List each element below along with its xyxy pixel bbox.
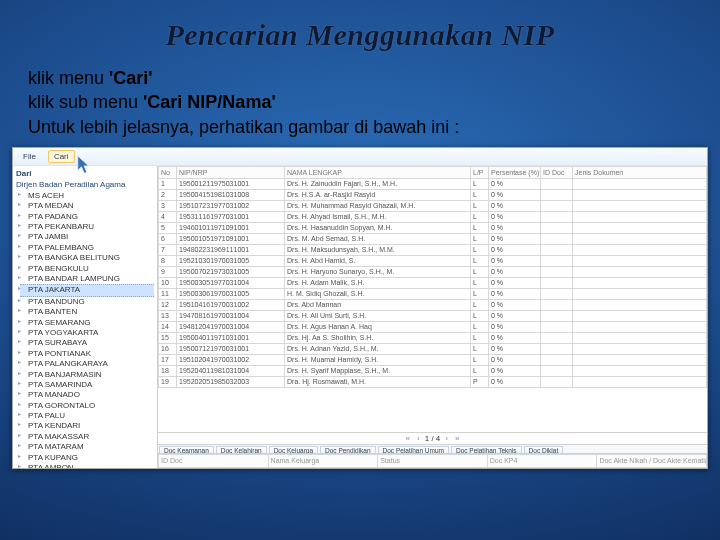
table-row[interactable]: 10195003051977031004Drs. H. Adam Malik, …: [159, 277, 707, 288]
table-row[interactable]: 7194802231969111001Drs. H. Maksudunsyah,…: [159, 244, 707, 255]
sidebar-item[interactable]: PTA MAKASSAR: [20, 432, 154, 442]
sidebar-item[interactable]: PTA BENGKULU: [20, 264, 154, 274]
app-screenshot: File Cari Dari Dirjen Badan Peradilan Ag…: [12, 147, 708, 469]
body-line-1a: klik menu: [28, 68, 109, 88]
table-row[interactable]: 3195107231977031002Drs. H. Muhammad Rasy…: [159, 200, 707, 211]
bottom-col[interactable]: Doc Akte Nikah / Doc Akte Kematian: [597, 454, 707, 467]
table-row[interactable]: 1195001211975031001Drs. H. Zainuddin Faj…: [159, 178, 707, 189]
bottom-col[interactable]: ID Doc: [159, 454, 269, 467]
sidebar-item[interactable]: PTA PONTIANAK: [20, 349, 154, 359]
table-row[interactable]: 18195204011981031004Drs. H. Syarif Mappi…: [159, 365, 707, 376]
sidebar-item[interactable]: PTA BANDAR LAMPUNG: [20, 274, 154, 284]
table-row[interactable]: 4195311161977031001Drs. H. Ahyad Ismail,…: [159, 211, 707, 222]
body-line-3: Untuk lebih jelasnya, perhatikan gambar …: [28, 115, 702, 139]
table-row[interactable]: 12195104161970031002Drs. Abd MannanL0 %: [159, 299, 707, 310]
bottom-grid-header: ID DocNama KeluargaStatusDoc KP4Doc Akte…: [159, 454, 707, 467]
table-row[interactable]: 5194601011971091001Drs. H. Hasanuddin So…: [159, 222, 707, 233]
bottom-col[interactable]: Nama Keluarga: [268, 454, 378, 467]
menubar: File Cari: [13, 148, 707, 166]
sidebar-item[interactable]: PTA PADANG: [20, 212, 154, 222]
table-row[interactable]: 11195003061970031005H. M. Sidiq Ghozali,…: [159, 288, 707, 299]
table-row[interactable]: 13194708161970031004Drs. H. Ali Umi Surt…: [159, 310, 707, 321]
sidebar-item[interactable]: PTA SAMARINDA: [20, 380, 154, 390]
main-pane: No NIP/NRP NAMA LENGKAP L/P Persentase (…: [158, 166, 707, 468]
sidebar-item[interactable]: PTA KENDARI: [20, 421, 154, 431]
menu-file[interactable]: File: [17, 150, 42, 163]
sidebar-item[interactable]: PTA KUPANG: [20, 453, 154, 463]
body-line-2a: klik sub menu: [28, 92, 143, 112]
sidebar-item[interactable]: PTA BANGKA BELITUNG: [20, 253, 154, 263]
sidebar-item[interactable]: PTA PEKANBARU: [20, 222, 154, 232]
sidebar-item[interactable]: PTA MEDAN: [20, 201, 154, 211]
col-nip[interactable]: NIP/NRP: [177, 166, 285, 178]
col-pers[interactable]: Persentase (%): [489, 166, 541, 178]
table-row[interactable]: 15195004011971031001Drs. Hj. Aa S. Sholi…: [159, 332, 707, 343]
menu-cari[interactable]: Cari: [48, 150, 75, 163]
sidebar-tree: MS ACEHPTA MEDANPTA PADANGPTA PEKANBARUP…: [16, 191, 154, 468]
bottom-col[interactable]: Status: [378, 454, 488, 467]
sidebar: Dari Dirjen Badan Peradilan Agama MS ACE…: [13, 166, 158, 468]
col-ird[interactable]: ID Doc: [541, 166, 573, 178]
sidebar-item[interactable]: PTA BANDUNG: [20, 297, 154, 307]
table-row[interactable]: 2195004151981031008Drs. H.S.A. ar-Rasjid…: [159, 189, 707, 200]
pager-next[interactable]: ›: [443, 434, 450, 443]
sidebar-item[interactable]: PTA GORONTALO: [20, 401, 154, 411]
slide-body: klik menu 'Cari' klik sub menu 'Cari NIP…: [28, 66, 702, 139]
pager-first[interactable]: «: [404, 434, 412, 443]
table-row[interactable]: 8195210301970031005Drs. H. Abd Hamid, S.…: [159, 255, 707, 266]
table-row[interactable]: 14194812041970031004Drs. H. Agus Hanan A…: [159, 321, 707, 332]
sidebar-subtitle: Dirjen Badan Peradilan Agama: [16, 180, 154, 189]
pager-last[interactable]: »: [453, 434, 461, 443]
bottom-col[interactable]: Doc KP4: [487, 454, 597, 467]
table-row[interactable]: 16195007121970031001Drs. H. Adnan Yazid,…: [159, 343, 707, 354]
table-row[interactable]: 6195001051971091001Drs. M. Abd Semad, S.…: [159, 233, 707, 244]
table-row[interactable]: 9195007021973031005Drs. H. Haryono Sunar…: [159, 266, 707, 277]
col-jd[interactable]: Jenis Dokumen: [573, 166, 707, 178]
slide-title: Pencarian Menggunakan NIP: [0, 18, 720, 52]
sidebar-item[interactable]: PTA BANJARMASIN: [20, 370, 154, 380]
col-lp[interactable]: L/P: [471, 166, 489, 178]
sidebar-item[interactable]: PTA PALANGKARAYA: [20, 359, 154, 369]
sidebar-item[interactable]: PTA SEMARANG: [20, 318, 154, 328]
sidebar-item[interactable]: PTA MANADO: [20, 390, 154, 400]
body-line-1b: 'Cari': [109, 68, 153, 88]
sidebar-item[interactable]: PTA PALU: [20, 411, 154, 421]
sidebar-item[interactable]: MS ACEH: [20, 191, 154, 201]
sidebar-item[interactable]: PTA AMBON: [20, 463, 154, 468]
sidebar-item[interactable]: PTA SURABAYA: [20, 338, 154, 348]
pager-page: 1 / 4: [425, 434, 441, 443]
sidebar-item[interactable]: PTA YOGYAKARTA: [20, 328, 154, 338]
sidebar-item[interactable]: PTA PALEMBANG: [20, 243, 154, 253]
body-line-2b: 'Cari NIP/Nama': [143, 92, 276, 112]
sidebar-item[interactable]: PTA MATARAM: [20, 442, 154, 452]
pager-prev[interactable]: ‹: [415, 434, 422, 443]
sidebar-item[interactable]: PTA BANTEN: [20, 307, 154, 317]
col-no[interactable]: No: [159, 166, 177, 178]
sidebar-item[interactable]: PTA JAMBI: [20, 232, 154, 242]
data-grid: No NIP/NRP NAMA LENGKAP L/P Persentase (…: [158, 166, 707, 432]
col-nama[interactable]: NAMA LENGKAP: [285, 166, 471, 178]
table-row[interactable]: 17195102041970031002Drs. H. Muamal Hamid…: [159, 354, 707, 365]
pager: « ‹ 1 / 4 › »: [158, 432, 707, 444]
grid-header-row: No NIP/NRP NAMA LENGKAP L/P Persentase (…: [159, 166, 707, 178]
bottom-tabs: Doc KeamananDoc KelahiranDoc KeluargaDoc…: [158, 444, 707, 453]
bottom-grid: ID DocNama KeluargaStatusDoc KP4Doc Akte…: [158, 453, 707, 468]
sidebar-item[interactable]: PTA JAKARTA: [20, 284, 154, 296]
table-row[interactable]: 19195202051985032003Dra. Hj. Rosmawati, …: [159, 376, 707, 387]
